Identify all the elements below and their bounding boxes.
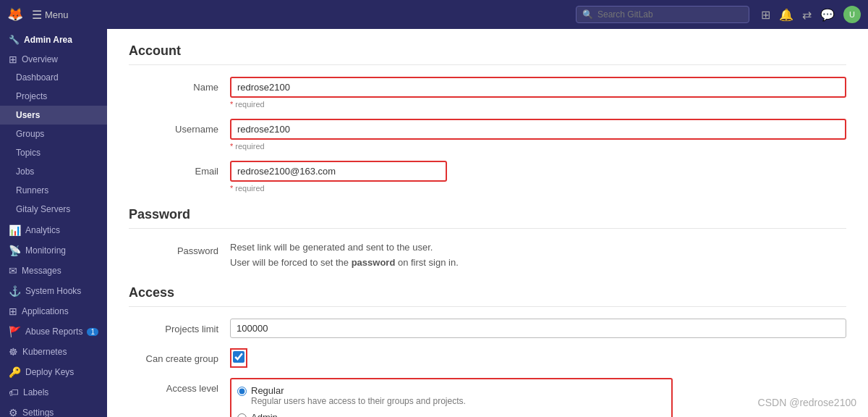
sidebar-item-projects[interactable]: Projects (0, 87, 107, 106)
avatar[interactable]: U (843, 6, 861, 23)
can-create-group-group: Can create group (129, 348, 846, 368)
email-label: Email (129, 161, 230, 177)
analytics-icon: 📊 (9, 224, 21, 236)
sidebar-group-monitoring[interactable]: 📡 Monitoring (0, 239, 107, 259)
top-navigation: 🦊 ☰ Menu 🔍 ⊞ 🔔 ⇄ 💬 U (0, 0, 868, 29)
system-hooks-icon: ⚓ (9, 285, 21, 297)
email-required: required (230, 184, 846, 193)
password-note-line1: Reset link will be generated and sent to… (230, 240, 846, 256)
kubernetes-label: Kubernetes (22, 347, 67, 357)
projects-limit-input[interactable] (230, 319, 846, 338)
applications-label: Applications (22, 306, 69, 316)
sidebar-group-labels[interactable]: 🏷 Labels (0, 381, 107, 401)
access-level-admin-option: Admin Administrators have access to all … (237, 412, 665, 417)
bell-icon[interactable]: 🔔 (779, 8, 793, 22)
projects-limit-wrap (230, 319, 846, 338)
username-control-wrap: required (230, 119, 846, 151)
labels-label: Labels (23, 387, 48, 397)
password-section-title: Password (129, 207, 846, 229)
nav-icons: ⊞ 🔔 ⇄ 💬 U (761, 6, 861, 23)
admin-area-label: Admin Area (24, 35, 72, 45)
username-input[interactable] (230, 119, 846, 140)
projects-label: Projects (16, 91, 47, 101)
merge-icon[interactable]: ⇄ (802, 8, 812, 22)
applications-icon: ⊞ (9, 306, 17, 317)
runners-label: Runners (16, 185, 48, 195)
access-section-title: Access (129, 285, 846, 307)
password-field-group: Password Reset link will be generated an… (129, 240, 846, 271)
abuse-reports-badge: 1 (87, 328, 98, 336)
settings-label: Settings (22, 408, 54, 417)
users-label: Users (16, 110, 40, 120)
username-required: required (230, 142, 846, 151)
system-hooks-label: System Hooks (25, 286, 81, 296)
kubernetes-icon: ☸ (9, 346, 18, 358)
dashboard-label: Dashboard (16, 72, 59, 83)
search-input[interactable] (597, 9, 743, 20)
password-label: Password (129, 240, 230, 256)
access-level-regular-label: Regular (251, 385, 466, 396)
overview-label: Overview (22, 54, 58, 64)
menu-label: Menu (45, 9, 69, 20)
password-note-line2: User will be forced to set the password … (230, 256, 846, 271)
email-input[interactable] (230, 161, 447, 182)
projects-limit-group: Projects limit (129, 319, 846, 338)
sidebar-group-system-hooks[interactable]: ⚓ System Hooks (0, 279, 107, 300)
access-level-admin-label: Admin (251, 412, 665, 417)
email-field-group: Email required (129, 161, 846, 193)
name-control-wrap: required (230, 77, 846, 109)
sidebar-item-groups[interactable]: Groups (0, 125, 107, 143)
overview-icon: ⊞ (9, 54, 17, 65)
name-input[interactable] (230, 77, 846, 98)
access-level-group: Access level Regular Regular users have … (129, 378, 846, 417)
menu-button[interactable]: ☰ Menu (32, 8, 69, 22)
sidebar-item-jobs[interactable]: Jobs (0, 162, 107, 181)
sidebar-item-users[interactable]: Users (0, 106, 107, 125)
sidebar-group-settings[interactable]: ⚙ Settings (0, 401, 107, 417)
monitoring-icon: 📡 (9, 245, 21, 256)
can-create-group-checkbox[interactable] (233, 351, 244, 363)
account-section-title: Account (129, 43, 846, 65)
deploy-keys-label: Deploy Keys (25, 367, 74, 377)
sidebar-group-analytics[interactable]: 📊 Analytics (0, 219, 107, 239)
sidebar-item-dashboard[interactable]: Dashboard (0, 68, 107, 87)
sidebar-item-topics[interactable]: Topics (0, 143, 107, 162)
hamburger-icon: ☰ (32, 8, 42, 22)
name-label: Name (129, 77, 230, 93)
gitaly-label: Gitaly Servers (16, 204, 70, 214)
access-level-regular-option: Regular Regular users have access to the… (237, 385, 665, 406)
labels-icon: 🏷 (9, 387, 19, 398)
sidebar-group-kubernetes[interactable]: ☸ Kubernetes (0, 340, 107, 361)
settings-icon: ⚙ (9, 407, 18, 417)
username-field-group: Username required (129, 119, 846, 151)
search-icon: 🔍 (582, 9, 593, 20)
monitoring-label: Monitoring (25, 245, 66, 256)
can-create-group-wrap (230, 348, 846, 368)
name-required: required (230, 100, 846, 109)
groups-label: Groups (16, 129, 44, 139)
sidebar-group-abuse-reports[interactable]: 🚩 Abuse Reports 1 (0, 320, 107, 340)
abuse-reports-label: Abuse Reports (25, 327, 82, 337)
access-level-regular-desc: Regular users have access to their group… (251, 396, 466, 406)
sidebar-group-overview[interactable]: ⊞ Overview (0, 48, 107, 68)
sidebar-group-applications[interactable]: ⊞ Applications (0, 300, 107, 320)
sidebar-group-messages[interactable]: ✉ Messages (0, 259, 107, 279)
access-level-wrap: Regular Regular users have access to the… (230, 378, 846, 417)
sidebar-item-gitaly[interactable]: Gitaly Servers (0, 200, 107, 219)
username-label: Username (129, 119, 230, 135)
search-bar[interactable]: 🔍 (576, 6, 749, 23)
wrench-icon: 🔧 (9, 35, 20, 45)
gitlab-logo: 🦊 (7, 7, 23, 22)
access-level-admin-radio[interactable] (237, 413, 247, 417)
projects-limit-label: Projects limit (129, 319, 230, 334)
sidebar: 🔧 Admin Area ⊞ Overview Dashboard Projec… (0, 29, 107, 417)
sidebar-item-runners[interactable]: Runners (0, 181, 107, 200)
sidebar-group-deploy-keys[interactable]: 🔑 Deploy Keys (0, 361, 107, 381)
password-note: Reset link will be generated and sent to… (230, 240, 846, 271)
plus-icon[interactable]: ⊞ (761, 8, 770, 22)
comment-icon[interactable]: 💬 (820, 8, 835, 22)
jobs-label: Jobs (16, 167, 34, 177)
analytics-label: Analytics (25, 225, 60, 235)
access-level-regular-radio[interactable] (237, 387, 247, 396)
admin-area-header: 🔧 Admin Area (0, 29, 107, 48)
